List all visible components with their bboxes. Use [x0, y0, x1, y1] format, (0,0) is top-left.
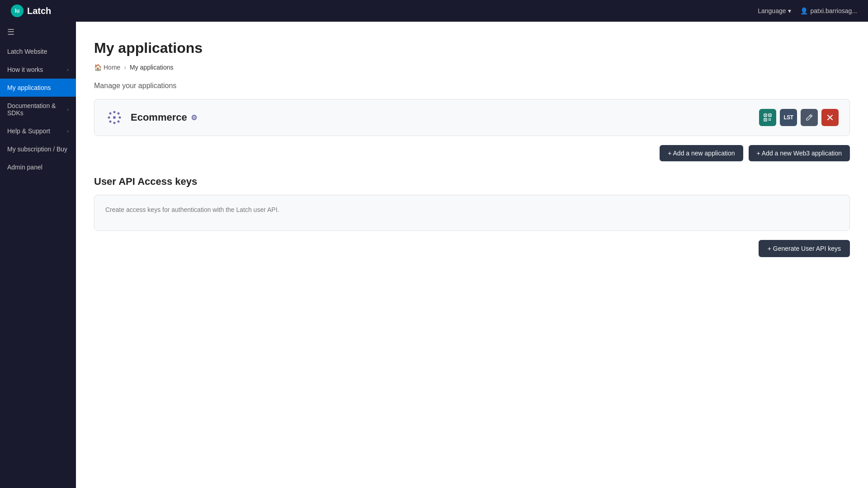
app-actions: LST [759, 109, 839, 126]
sidebar-item-admin-panel[interactable]: Admin panel [0, 158, 76, 176]
brand-logo[interactable]: lu Latch [11, 5, 51, 17]
sidebar-item-label: My subscription / Buy [7, 145, 67, 153]
api-section-title: User API Access keys [94, 176, 850, 188]
brand-icon: lu [11, 5, 24, 17]
add-new-application-button[interactable]: + Add a new application [660, 145, 743, 161]
svg-point-8 [109, 121, 112, 123]
language-label: Language [758, 7, 786, 14]
sidebar-item-label: How it works [7, 66, 43, 73]
breadcrumb-home-link[interactable]: 🏠 Home [94, 64, 120, 71]
svg-point-5 [109, 113, 112, 115]
brand-name: Latch [27, 6, 51, 16]
sidebar-item-label: Admin panel [7, 164, 42, 171]
chevron-icon: ‹ [67, 67, 69, 72]
sidebar-item-how-it-works[interactable]: How it works ‹ [0, 61, 76, 79]
application-card: Ecommerce ⚙ LST [94, 99, 850, 136]
svg-point-2 [113, 122, 116, 124]
svg-point-7 [118, 113, 120, 115]
svg-rect-17 [769, 120, 769, 121]
breadcrumb-home-label: Home [104, 64, 120, 71]
sidebar-item-label: My applications [7, 84, 51, 91]
sidebar-toggle-button[interactable]: ☰ [0, 22, 76, 42]
generate-api-keys-button[interactable]: + Generate User API keys [759, 240, 850, 257]
top-nav-right: Language ▾ 👤 patxi.barriosag... [758, 7, 857, 14]
app-icon [105, 108, 123, 127]
sidebar-item-label: Latch Website [7, 48, 47, 55]
svg-rect-14 [765, 119, 766, 120]
app-name-text: Ecommerce [131, 112, 187, 123]
user-name: patxi.barriosag... [811, 7, 858, 14]
sidebar-item-help-support[interactable]: Help & Support ‹ [0, 122, 76, 140]
breadcrumb: 🏠 Home › My applications [94, 64, 850, 71]
svg-line-19 [810, 116, 811, 117]
user-menu[interactable]: 👤 patxi.barriosag... [800, 7, 858, 14]
svg-point-6 [118, 121, 120, 123]
sidebar-item-my-applications[interactable]: My applications [0, 79, 76, 97]
svg-rect-13 [769, 115, 770, 116]
add-web3-application-button[interactable]: + Add a new Web3 application [749, 145, 850, 161]
language-selector[interactable]: Language ▾ [758, 7, 791, 14]
svg-rect-16 [770, 118, 771, 119]
svg-point-4 [119, 117, 121, 119]
svg-point-1 [113, 111, 116, 113]
add-buttons-row: + Add a new application + Add a new Web3… [94, 145, 850, 161]
chevron-icon: ‹ [67, 128, 69, 134]
app-qr-button[interactable] [759, 109, 776, 126]
language-chevron-icon: ▾ [788, 7, 791, 14]
api-access-card: Create access keys for authentication wi… [94, 195, 850, 231]
app-name: Ecommerce ⚙ [131, 112, 197, 123]
chevron-icon: ‹ [67, 107, 69, 112]
home-icon: 🏠 [94, 64, 102, 71]
svg-rect-15 [769, 118, 769, 119]
main-content: My applications 🏠 Home › My applications… [76, 22, 868, 488]
sidebar-item-label: Documentation & SDKs [7, 102, 67, 117]
generate-api-btn-row: + Generate User API keys [94, 240, 850, 257]
svg-point-3 [108, 117, 110, 119]
sidebar-item-label: Help & Support [7, 127, 50, 135]
svg-rect-12 [765, 115, 766, 116]
app-card-left: Ecommerce ⚙ [105, 108, 197, 127]
app-edit-button[interactable] [801, 109, 818, 126]
app-settings-icon: ⚙ [191, 113, 197, 122]
sidebar-item-subscription[interactable]: My subscription / Buy [0, 140, 76, 158]
svg-rect-18 [770, 120, 771, 121]
sidebar-item-documentation[interactable]: Documentation & SDKs ‹ [0, 97, 76, 122]
top-navbar: lu Latch Language ▾ 👤 patxi.barriosag... [0, 0, 868, 22]
api-placeholder-text: Create access keys for authentication wi… [105, 206, 839, 213]
breadcrumb-separator: › [124, 64, 126, 71]
app-delete-button[interactable] [821, 109, 839, 126]
app-sdk-button[interactable]: LST [780, 109, 797, 126]
page-title: My applications [94, 40, 850, 56]
breadcrumb-current: My applications [130, 64, 174, 71]
svg-point-0 [113, 116, 116, 119]
sidebar-item-latch-website[interactable]: Latch Website [0, 42, 76, 61]
sidebar: ☰ Latch Website How it works ‹ My applic… [0, 22, 76, 488]
sdk-label: LST [783, 114, 793, 121]
manage-subtitle: Manage your applications [94, 82, 850, 90]
user-icon: 👤 [800, 7, 808, 14]
